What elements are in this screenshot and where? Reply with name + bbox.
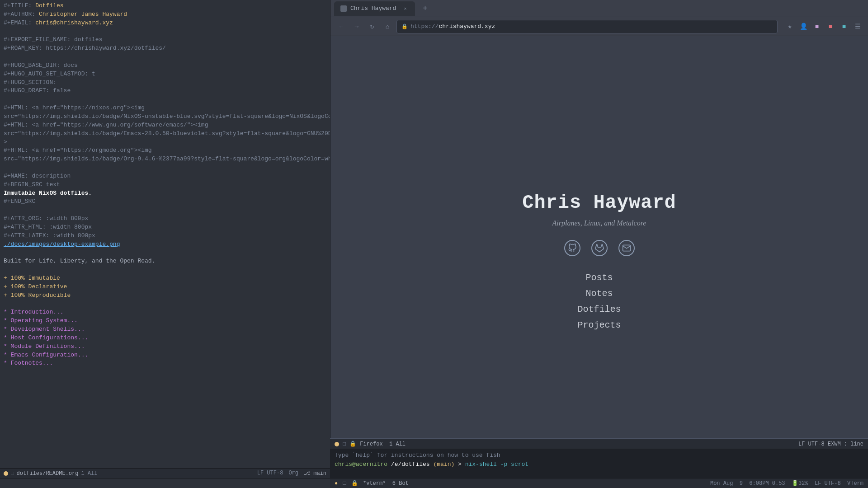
nav-notes[interactable]: Notes: [585, 286, 613, 300]
terminal-line-3: [335, 469, 863, 478]
modeline-encoding: LF UTF-8: [257, 470, 283, 477]
url-text: https://chrishayward.xyz: [410, 23, 495, 30]
extensions-icon[interactable]: ■: [811, 21, 823, 33]
ssl-lock-icon: 🔒: [401, 23, 408, 29]
main-area: #+TITLE: Dotfiles #+AUTHOR: Christopher …: [0, 0, 868, 488]
browser-panel: Chris Hayward ✕ + ← → ↻ ⌂ 🔒 https://chri…: [330, 0, 868, 488]
forward-button[interactable]: →: [350, 20, 363, 33]
terminal-line-1: Type `help` for instructions on how to u…: [335, 451, 863, 460]
new-tab-button[interactable]: +: [419, 2, 431, 15]
terminal-titlebar: □ 🔒 Firefox 1 All LF UTF-8 EXWM : line: [330, 439, 868, 449]
nav-dotfiles[interactable]: Dotfiles: [577, 302, 621, 316]
firefox-addon1-icon[interactable]: ■: [825, 21, 836, 33]
url-bar[interactable]: 🔒 https://chrishayward.xyz: [396, 20, 778, 33]
site-main: Chris Hayward Airplanes, Linux, and Meta…: [522, 192, 676, 332]
terminal-app-name: Firefox 1 All: [360, 441, 406, 447]
site-navigation: Posts Notes Dotfiles Projects: [522, 271, 676, 332]
site-subtitle: Airplanes, Linux, and Metalcore: [522, 219, 676, 227]
modeline-mode: Org: [288, 470, 298, 477]
modeline-branch: ⎇ main: [304, 470, 326, 477]
terminal-statusbar-left: ● □ 🔒 *vterm* 6 Bot: [335, 480, 409, 487]
editor-content: #+TITLE: Dotfiles #+AUTHOR: Christopher …: [0, 0, 330, 468]
gitlab-icon[interactable]: [591, 240, 608, 256]
home-button[interactable]: ⌂: [381, 20, 394, 33]
browser-tab[interactable]: Chris Hayward ✕: [334, 1, 415, 16]
nav-right-icons: ★ 👤 ■ ■ ■ ☰: [784, 21, 863, 33]
tab-favicon: [340, 5, 347, 12]
terminal-line-2: chris@acernitro /e/dotfiles (main) > nix…: [335, 460, 863, 469]
firefox-account-icon[interactable]: 👤: [797, 21, 809, 33]
modeline-lines: 1 All: [81, 470, 97, 477]
emacs-minibuffer: [0, 478, 330, 488]
modeline-dot: [4, 471, 8, 476]
browser-titlebar: Chris Hayward ✕ +: [330, 0, 868, 17]
terminal-content: Type `help` for instructions on how to u…: [330, 449, 868, 478]
tab-title: Chris Hayward: [350, 5, 396, 12]
browser-content: Chris Hayward Airplanes, Linux, and Meta…: [330, 36, 868, 488]
firefox-addon2-icon[interactable]: ■: [838, 21, 850, 33]
url-domain: chrishayward.xyz: [439, 23, 495, 30]
github-icon[interactable]: [564, 240, 580, 256]
terminal-statusbar-right: Mon Aug 9 6:08PM 0.53 🔋32% LF UTF-8 VTer…: [710, 480, 863, 487]
reload-button[interactable]: ↻: [366, 20, 378, 33]
editor-modeline: □ dotfiles/README.org 1 All LF UTF-8 Org…: [0, 468, 330, 478]
terminal-title-text: 🔒: [349, 441, 356, 447]
terminal-statusbar: ● □ 🔒 *vterm* 6 Bot Mon Aug 9 6:08PM 0.5…: [330, 478, 868, 488]
terminal-status-right: LF UTF-8 EXWM : line: [798, 441, 863, 447]
site-social-icons: [522, 240, 676, 256]
modeline-file: dotfiles/README.org: [17, 470, 79, 477]
terminal-panel: □ 🔒 Firefox 1 All LF UTF-8 EXWM : line T…: [330, 438, 868, 488]
modeline-dot2: □: [11, 471, 14, 476]
email-icon[interactable]: [618, 240, 635, 256]
editor-panel: #+TITLE: Dotfiles #+AUTHOR: Christopher …: [0, 0, 330, 488]
firefox-menu-icon[interactable]: ☰: [852, 21, 863, 33]
terminal-status-dot: [335, 442, 339, 446]
bookmark-star-icon[interactable]: ★: [784, 21, 796, 33]
nav-posts[interactable]: Posts: [585, 271, 613, 285]
url-protocol: https://: [410, 23, 439, 30]
tab-close-button[interactable]: ✕: [401, 5, 409, 12]
site-title: Chris Hayward: [522, 192, 676, 214]
nav-projects[interactable]: Projects: [577, 318, 621, 332]
browser-navbar: ← → ↻ ⌂ 🔒 https://chrishayward.xyz ★ 👤 ■…: [330, 17, 868, 36]
terminal-title: □: [343, 441, 346, 447]
back-button[interactable]: ←: [335, 20, 348, 33]
